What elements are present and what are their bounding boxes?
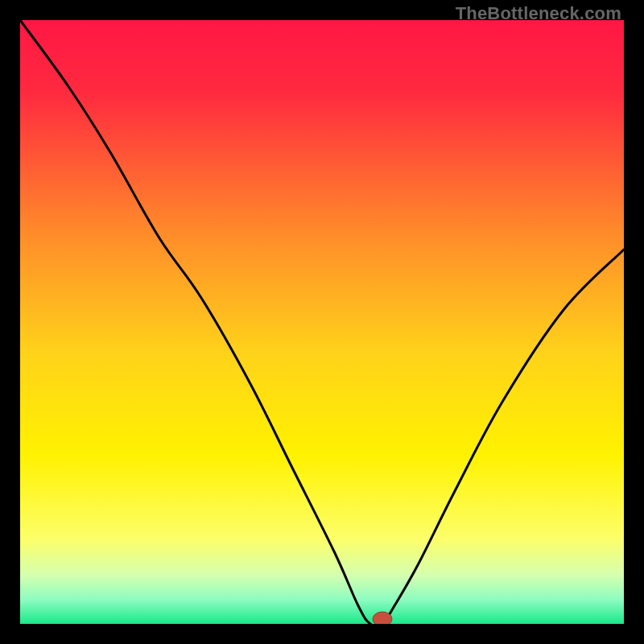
gradient-background	[20, 20, 624, 624]
chart-stage: TheBottleneck.com	[0, 0, 644, 644]
bottleneck-chart	[20, 20, 624, 624]
plot-area	[20, 20, 624, 624]
optimal-point-marker	[373, 612, 392, 624]
